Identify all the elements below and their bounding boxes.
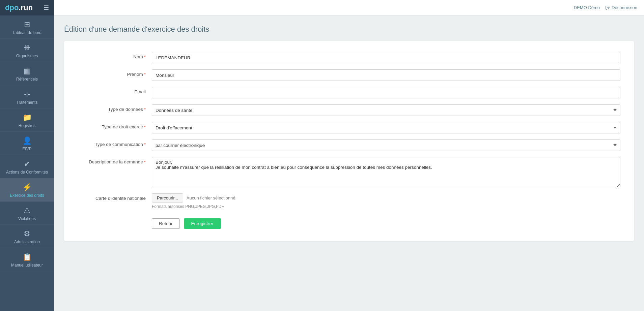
organismes-icon: ❋	[24, 43, 30, 52]
prenom-input[interactable]	[152, 69, 620, 81]
sidebar: dpo.run ☰ ⊞ Tableau de bord ❋ Organismes…	[0, 0, 54, 311]
logout-button[interactable]: Déconnexion	[605, 5, 637, 10]
sidebar-item-tableau-de-bord[interactable]: ⊞ Tableau de bord	[0, 15, 54, 39]
form-row-type-droit: Type de droit exercé* Droit d'effacement…	[78, 122, 620, 133]
type-communication-label: Type de communication*	[78, 139, 152, 147]
sidebar-item-actions-conformites[interactable]: ✔ Actions de Conformités	[0, 155, 54, 178]
description-label: Description de la demande*	[78, 157, 152, 164]
type-droit-label: Type de droit exercé*	[78, 122, 152, 129]
manuel-icon: 📋	[23, 253, 32, 261]
main-content: Édition d'une demande d'exercice des dro…	[54, 15, 644, 311]
registres-icon: 📁	[23, 113, 32, 122]
description-textarea[interactable]: Bonjour, Je souhaite m'assurer que la ré…	[152, 157, 620, 187]
referentiels-icon: ▦	[24, 67, 31, 75]
sidebar-item-label: Violations	[18, 216, 36, 221]
sidebar-item-administration[interactable]: ⚙ Administration	[0, 225, 54, 248]
sidebar-item-exercice-droits[interactable]: ⚡ Exercice des droits	[0, 178, 54, 201]
sidebar-item-label: Exercice des droits	[10, 193, 44, 198]
sidebar-item-label: Organismes	[16, 54, 38, 58]
file-input-row: Parcourir... Aucun fichier sélectionné.	[152, 193, 620, 203]
violations-icon: ⚠	[24, 206, 30, 215]
logout-label: Déconnexion	[612, 5, 637, 10]
sidebar-item-label: Administration	[14, 240, 40, 244]
page-title: Édition d'une demande d'exercice des dro…	[64, 25, 634, 34]
form-row-carte: Carte d'identité nationale Parcourir... …	[78, 193, 620, 209]
topbar: DEMO Démo Déconnexion	[54, 0, 644, 15]
sidebar-item-label: Traitements	[17, 100, 38, 105]
file-formats: Formats autorisés PNG,JPEG,JPG,PDF	[152, 204, 224, 209]
administration-icon: ⚙	[24, 229, 30, 238]
sidebar-item-label: Manuel utilisateur	[11, 263, 43, 268]
form-row-type-donnees: Type de données* Données de santé Donnée…	[78, 104, 620, 116]
type-communication-required: *	[144, 142, 146, 147]
enregistrer-button[interactable]: Enregistrer	[184, 218, 221, 229]
actions-icon: ✔	[24, 160, 30, 168]
eivp-icon: 👤	[23, 136, 32, 145]
sidebar-item-label: Registres	[19, 123, 36, 128]
email-input[interactable]	[152, 87, 620, 98]
description-required: *	[144, 159, 146, 164]
file-input-wrap: Parcourir... Aucun fichier sélectionné. …	[152, 193, 620, 209]
sidebar-logo: dpo.run ☰	[0, 0, 54, 15]
carte-label: Carte d'identité nationale	[78, 193, 152, 201]
form-row-prenom: Prénom*	[78, 69, 620, 81]
exercice-icon: ⚡	[23, 183, 32, 192]
logo: dpo.run	[5, 3, 33, 12]
nom-input[interactable]	[152, 52, 620, 63]
sidebar-item-organismes[interactable]: ❋ Organismes	[0, 39, 54, 62]
file-browse-button[interactable]: Parcourir...	[152, 193, 183, 203]
file-name: Aucun fichier sélectionné.	[187, 195, 236, 200]
type-communication-select[interactable]: par courrier électronique par courrier p…	[152, 139, 620, 151]
form-card: Nom* Prénom* Email Type de données*	[64, 41, 634, 241]
form-row-nom: Nom*	[78, 52, 620, 63]
email-label: Email	[78, 87, 152, 94]
prenom-label: Prénom*	[78, 69, 152, 77]
form-actions: Retour Enregistrer	[78, 218, 620, 229]
sidebar-item-traitements[interactable]: ⊹ Traitements	[0, 85, 54, 108]
nom-required: *	[144, 54, 146, 59]
type-donnees-required: *	[144, 107, 146, 112]
prenom-required: *	[144, 72, 146, 77]
type-donnees-label: Type de données*	[78, 104, 152, 112]
form-row-description: Description de la demande* Bonjour, Je s…	[78, 157, 620, 187]
nom-label: Nom*	[78, 52, 152, 59]
form-row-email: Email	[78, 87, 620, 98]
form-row-type-communication: Type de communication* par courrier élec…	[78, 139, 620, 151]
sidebar-item-label: EIVP	[22, 147, 31, 151]
sidebar-item-label: Référentiels	[16, 77, 38, 82]
topbar-user: DEMO Démo Déconnexion	[574, 5, 637, 10]
sidebar-item-label: Actions de Conformités	[6, 170, 48, 175]
logout-icon	[605, 5, 610, 10]
sidebar-item-registres[interactable]: 📁 Registres	[0, 108, 54, 132]
type-donnees-select[interactable]: Données de santé Données personnelles Do…	[152, 104, 620, 116]
user-name: DEMO Démo	[574, 5, 600, 10]
sidebar-item-violations[interactable]: ⚠ Violations	[0, 201, 54, 225]
logo-suffix: .run	[19, 3, 33, 12]
retour-button[interactable]: Retour	[152, 218, 180, 229]
main-area: DEMO Démo Déconnexion Édition d'une dema…	[54, 0, 644, 311]
dashboard-icon: ⊞	[24, 20, 30, 29]
sidebar-item-label: Tableau de bord	[12, 30, 41, 35]
hamburger-icon[interactable]: ☰	[44, 4, 49, 11]
type-droit-select[interactable]: Droit d'effacement Droit d'accès Droit d…	[152, 122, 620, 133]
sidebar-item-referentiels[interactable]: ▦ Référentiels	[0, 62, 54, 85]
traitements-icon: ⊹	[24, 90, 30, 99]
type-droit-required: *	[144, 124, 146, 129]
sidebar-item-manuel[interactable]: 📋 Manuel utilisateur	[0, 248, 54, 271]
sidebar-item-eivp[interactable]: 👤 EIVP	[0, 132, 54, 155]
